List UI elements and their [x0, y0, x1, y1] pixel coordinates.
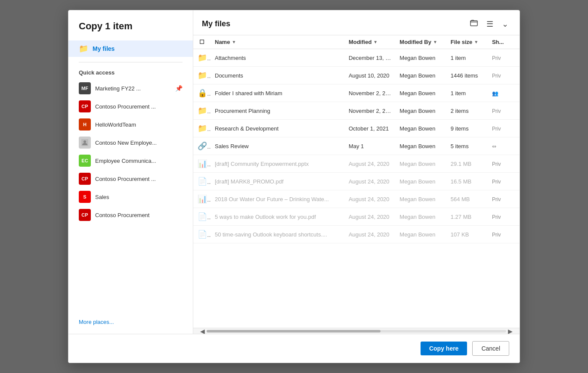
quick-access-item[interactable]: ECEmployee Communica...: [68, 152, 193, 170]
horizontal-scrollbar-area[interactable]: ◀ ▶: [193, 328, 520, 334]
dialog-title: Copy 1 item: [68, 21, 193, 40]
row-name-cell[interactable]: Procurement Planning: [210, 102, 344, 120]
row-modifiedby-cell: Megan Bowen: [395, 67, 446, 84]
row-checkbox-cell: 📁: [193, 120, 210, 137]
row-sharing-cell: Priv: [488, 49, 520, 67]
row-name-cell[interactable]: 50 time-saving Outlook keyboard shortcut…: [210, 226, 344, 243]
table-row[interactable]: 📄5 ways to make Outlook work for you.pdf…: [193, 208, 520, 226]
file-name-text: Research & Development: [215, 125, 279, 132]
table-row[interactable]: 📁DocumentsAugust 10, 2020Megan Bowen1446…: [193, 67, 520, 84]
row-checkbox-cell: 🔒: [193, 84, 210, 102]
pptx-icon: 📊: [198, 159, 207, 168]
row-modifiedby-cell: Megan Bowen: [395, 120, 446, 137]
col-modified-label: Modified: [349, 39, 371, 45]
row-filesize-cell: 2 items: [446, 102, 488, 120]
right-header: My files ☰ ⌄: [193, 10, 520, 35]
svg-point-1: [84, 140, 86, 143]
cancel-button[interactable]: Cancel: [472, 341, 509, 356]
quick-access-item[interactable]: SSales: [68, 188, 193, 206]
row-name-cell[interactable]: [draft] MARK8_PROMO.pdf: [210, 173, 344, 190]
my-files-label: My files: [93, 45, 115, 52]
sharing-icon: ⇔: [492, 143, 496, 149]
row-modified-cell: May 1: [344, 137, 395, 155]
row-modified-cell: August 10, 2020: [344, 67, 395, 84]
chevron-down-icon-btn[interactable]: ⌄: [499, 18, 511, 31]
avatar: CP: [79, 100, 91, 112]
quick-access-item[interactable]: HHelloWorldTeam: [68, 115, 193, 134]
row-modified-cell: August 24, 2020: [344, 226, 395, 243]
table-row[interactable]: 🔗Sales ReviewMay 1Megan Bowen5 items⇔: [193, 137, 520, 155]
col-header-modified[interactable]: Modified ▼: [344, 35, 395, 49]
row-name-cell[interactable]: [draft] Community Empowerment.pptx: [210, 155, 344, 173]
avatar: CP: [79, 209, 91, 221]
quick-access-item[interactable]: CPContoso Procurement ...: [68, 97, 193, 115]
quick-access-label: Employee Communica...: [95, 158, 183, 164]
avatar: MF: [79, 82, 91, 94]
svg-rect-2: [470, 21, 477, 26]
dialog-footer: Copy here Cancel: [68, 334, 520, 363]
quick-access-label: Contoso Procurement ...: [95, 103, 183, 110]
row-modifiedby-cell: Megan Bowen: [395, 208, 446, 226]
quick-access-label: Marketing FY22 ...: [95, 85, 171, 92]
row-name-cell[interactable]: Attachments: [210, 49, 344, 67]
header-icons: ☰ ⌄: [467, 17, 511, 31]
table-row[interactable]: 📄[draft] MARK8_PROMO.pdfAugust 24, 2020M…: [193, 173, 520, 190]
row-modified-cell: November 2, 2021: [344, 84, 395, 102]
col-header-name[interactable]: Name ▼: [210, 35, 344, 49]
table-row[interactable]: 📊[draft] Community Empowerment.pptxAugus…: [193, 155, 520, 173]
col-name-label: Name: [215, 39, 230, 45]
quick-access-item[interactable]: CPContoso Procurement ...: [68, 170, 193, 188]
col-header-filesize[interactable]: File size ▼: [446, 35, 488, 49]
row-modified-cell: December 13, 2021: [344, 49, 395, 67]
copy-dialog: Copy 1 item 📁 My files Quick access MFMa…: [68, 10, 520, 363]
row-name-cell[interactable]: Folder I shared with Miriam: [210, 84, 344, 102]
row-name-cell[interactable]: 2018 Our Water Our Future – Drinking Wat…: [210, 190, 344, 208]
avatar: S: [79, 191, 91, 203]
right-panel: My files ☰ ⌄: [193, 10, 520, 334]
quick-access-item[interactable]: CPContoso Procurement: [68, 206, 193, 224]
col-filesize-label: File size: [451, 39, 473, 45]
row-modified-cell: August 24, 2020: [344, 190, 395, 208]
menu-icon-btn[interactable]: ☰: [484, 18, 496, 31]
quick-access-item[interactable]: MFMarketing FY22 ...📌: [68, 79, 193, 97]
pdf-icon: 📄: [198, 230, 207, 239]
quick-access-item[interactable]: Contoso New Employe...: [68, 134, 193, 152]
row-sharing-cell: Priv: [488, 67, 520, 84]
row-checkbox-cell: 📄: [193, 226, 210, 243]
col-header-modifiedby[interactable]: Modified By ▼: [395, 35, 446, 49]
folder-icon: 📁: [198, 124, 207, 133]
row-filesize-cell: 107 KB: [446, 226, 488, 243]
table-row[interactable]: 📁Procurement PlanningNovember 2, 2021Meg…: [193, 102, 520, 120]
table-row[interactable]: 📁AttachmentsDecember 13, 2021Megan Bowen…: [193, 49, 520, 67]
table-row[interactable]: 📊2018 Our Water Our Future – Drinking Wa…: [193, 190, 520, 208]
file-name-text: 50 time-saving Outlook keyboard shortcut…: [215, 231, 327, 238]
row-sharing-cell: ⇔: [488, 137, 520, 155]
col-modifiedby-label: Modified By: [399, 39, 431, 45]
avatar: EC: [79, 155, 91, 167]
row-modified-cell: August 24, 2020: [344, 155, 395, 173]
row-checkbox-cell: 🔗: [193, 137, 210, 155]
row-name-cell[interactable]: Research & Development: [210, 120, 344, 137]
file-table: ☐ Name ▼ Modifi: [193, 35, 520, 243]
table-row[interactable]: 📁Research & DevelopmentOctober 1, 2021Me…: [193, 120, 520, 137]
row-modifiedby-cell: Megan Bowen: [395, 137, 446, 155]
more-places-link[interactable]: More places...: [68, 315, 193, 334]
horizontal-scrollbar[interactable]: [207, 330, 506, 333]
sharing-icon: Priv: [492, 196, 501, 202]
new-folder-icon-btn[interactable]: [467, 17, 480, 31]
table-row[interactable]: 📄50 time-saving Outlook keyboard shortcu…: [193, 226, 520, 243]
sharing-icon: Priv: [492, 161, 501, 167]
table-row[interactable]: 🔒Folder I shared with MiriamNovember 2, …: [193, 84, 520, 102]
file-name-text: 2018 Our Water Our Future – Drinking Wat…: [215, 196, 329, 202]
my-files-button[interactable]: 📁 My files: [68, 40, 193, 57]
file-table-wrapper: ☐ Name ▼ Modifi: [193, 35, 520, 328]
sort-arrow-name: ▼: [232, 40, 236, 44]
file-icon-header: ☐: [199, 39, 204, 45]
copy-here-button[interactable]: Copy here: [421, 342, 467, 355]
row-name-cell[interactable]: Sales Review: [210, 137, 344, 155]
sharing-icon: Priv: [492, 126, 501, 132]
row-name-cell[interactable]: Documents: [210, 67, 344, 84]
file-name-text: [draft] Community Empowerment.pptx: [215, 161, 309, 167]
file-name-text: Sales Review: [215, 143, 249, 149]
row-name-cell[interactable]: 5 ways to make Outlook work for you.pdf: [210, 208, 344, 226]
